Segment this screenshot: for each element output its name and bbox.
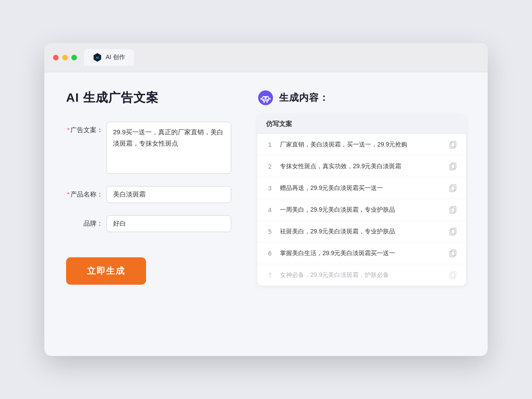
page-title: AI 生成广告文案: [66, 90, 231, 106]
row-text-2: 专抹女性斑点，真实功效，29.9元美白淡斑霜: [280, 162, 442, 171]
row-num-2: 2: [266, 163, 274, 170]
right-title: 生成内容：: [279, 91, 329, 104]
svg-rect-11: [266, 101, 268, 103]
row-text-4: 一周美白，29.9元美白淡斑霜，专业护肤品: [280, 205, 442, 214]
row-text-7: 女神必备，29.9元美白淡斑霜，护肤必备: [280, 270, 442, 279]
svg-rect-22: [450, 229, 455, 235]
copy-icon-2[interactable]: [449, 162, 457, 171]
generate-button[interactable]: 立即生成: [66, 257, 146, 285]
copy-icon-1[interactable]: [449, 140, 457, 149]
svg-rect-25: [451, 272, 456, 277]
ad-copy-input[interactable]: 29.9买一送一，真正的厂家直销，美白淡斑霜，专抹女性斑点: [106, 122, 231, 174]
table-row: 5 祛斑美白，29.9元美白淡斑霜，专业护肤品: [257, 221, 466, 243]
svg-rect-17: [451, 185, 456, 190]
table-row: 7 女神必备，29.9元美白淡斑霜，护肤必备: [257, 264, 466, 286]
row-text-6: 掌握美白生活，29.9元美白淡斑霜买一送一: [280, 249, 442, 258]
result-table: 仿写文案 1 厂家直销，美白淡斑霜，买一送一，29.9元抢购 2 专抹女性斑点，…: [257, 115, 466, 286]
svg-point-7: [265, 92, 266, 94]
required-star-2: *: [67, 190, 70, 198]
svg-point-5: [266, 97, 268, 100]
copy-icon-6[interactable]: [449, 249, 457, 258]
svg-rect-20: [450, 208, 455, 213]
table-row: 4 一周美白，29.9元美白淡斑霜，专业护肤品: [257, 199, 466, 221]
right-panel: 生成内容： 仿写文案 1 厂家直销，美白淡斑霜，买一送一，29.9元抢购 2 专…: [257, 90, 466, 333]
main-content: AI 生成广告文案 *广告文案： 29.9买一送一，真正的厂家直销，美白淡斑霜，…: [44, 72, 488, 350]
table-row: 2 专抹女性斑点，真实功效，29.9元美白淡斑霜: [257, 156, 466, 177]
svg-rect-23: [451, 250, 456, 256]
title-bar: AI AI 创作: [44, 43, 488, 72]
table-row: 6 掌握美白生活，29.9元美白淡斑霜买一送一: [257, 243, 466, 264]
svg-rect-10: [263, 101, 265, 103]
traffic-lights: [53, 55, 77, 60]
copy-icon-4[interactable]: [449, 206, 457, 214]
row-text-1: 厂家直销，美白淡斑霜，买一送一，29.9元抢购: [280, 140, 442, 149]
form-row-ad-copy: *广告文案： 29.9买一送一，真正的厂家直销，美白淡斑霜，专抹女性斑点: [66, 122, 231, 174]
svg-point-4: [263, 97, 265, 100]
product-name-input[interactable]: [106, 186, 231, 203]
row-num-4: 4: [266, 206, 274, 213]
required-star-1: *: [67, 126, 70, 133]
table-row: 1 厂家直销，美白淡斑霜，买一送一，29.9元抢购: [257, 134, 466, 156]
row-num-1: 1: [266, 141, 274, 148]
svg-rect-19: [451, 206, 456, 212]
copy-icon-7[interactable]: [449, 271, 457, 279]
maximize-button[interactable]: [71, 55, 77, 60]
row-num-6: 6: [266, 250, 274, 257]
form-row-brand: 品牌：: [66, 215, 231, 232]
row-num-7: 7: [266, 272, 274, 279]
svg-text:AI: AI: [96, 56, 99, 59]
close-button[interactable]: [53, 55, 59, 60]
copy-icon-3[interactable]: [449, 184, 457, 193]
tab-ai-creation[interactable]: AI AI 创作: [84, 49, 134, 66]
svg-rect-26: [450, 273, 455, 279]
svg-rect-13: [451, 141, 456, 147]
brand-input[interactable]: [106, 215, 231, 232]
svg-rect-18: [450, 186, 455, 192]
right-header: 生成内容：: [257, 90, 466, 106]
svg-rect-14: [450, 143, 455, 148]
ad-copy-label: *广告文案：: [66, 122, 103, 134]
copy-icon-5[interactable]: [449, 227, 457, 236]
svg-rect-16: [450, 164, 455, 170]
svg-rect-8: [261, 98, 262, 100]
tab-label: AI 创作: [106, 53, 125, 61]
brand-label: 品牌：: [66, 215, 103, 228]
table-header: 仿写文案: [257, 115, 466, 134]
svg-rect-15: [451, 163, 456, 169]
row-num-5: 5: [266, 228, 274, 235]
product-name-label: *产品名称：: [66, 186, 103, 199]
minimize-button[interactable]: [62, 55, 68, 60]
form-row-product-name: *产品名称：: [66, 186, 231, 203]
ai-tab-icon: AI: [93, 53, 102, 62]
table-row: 3 赠品再送，29.9元美白淡斑霜买一送一: [257, 177, 466, 199]
browser-window: AI AI 创作 AI 生成广告文案 *广告文案： 29.9买一送一，真正的厂家…: [44, 43, 488, 356]
row-num-3: 3: [266, 185, 274, 192]
row-text-5: 祛斑美白，29.9元美白淡斑霜，专业护肤品: [280, 227, 442, 236]
left-panel: AI 生成广告文案 *广告文案： 29.9买一送一，真正的厂家直销，美白淡斑霜，…: [66, 90, 231, 333]
svg-rect-24: [450, 251, 455, 257]
svg-rect-21: [451, 228, 456, 234]
row-text-3: 赠品再送，29.9元美白淡斑霜买一送一: [280, 183, 442, 193]
robot-icon: [257, 90, 274, 106]
svg-rect-9: [269, 98, 271, 100]
